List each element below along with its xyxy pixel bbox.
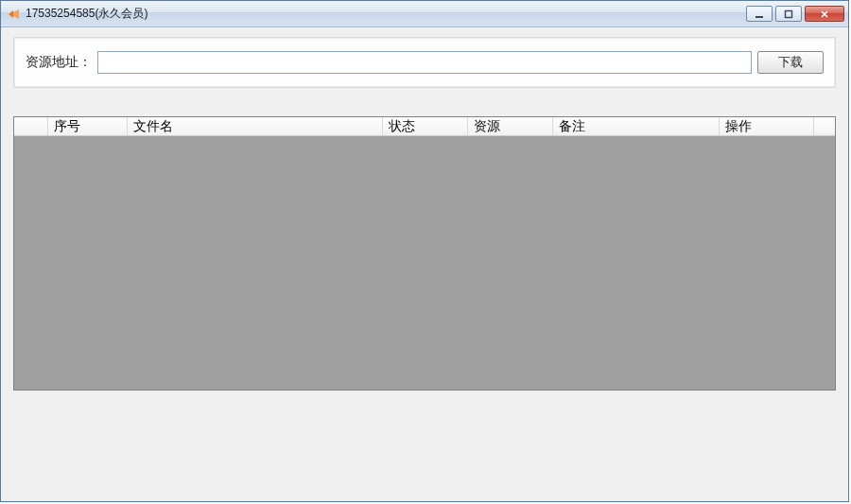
- table-column-header[interactable]: 备注: [553, 117, 720, 135]
- minimize-button[interactable]: [746, 6, 773, 22]
- url-panel: 资源地址： 下载: [13, 37, 836, 88]
- app-icon: [7, 7, 22, 22]
- table-header: 序号文件名状态资源备注操作: [14, 117, 835, 136]
- titlebar[interactable]: 17535254585(永久会员): [1, 1, 848, 27]
- svg-rect-0: [755, 16, 763, 18]
- downloads-table: 序号文件名状态资源备注操作: [13, 116, 836, 391]
- table-column-header[interactable]: 状态: [383, 117, 468, 135]
- download-button[interactable]: 下载: [757, 51, 824, 74]
- maximize-button[interactable]: [775, 6, 802, 22]
- window-controls: [746, 6, 844, 22]
- table-column-header[interactable]: 序号: [48, 117, 128, 135]
- table-body[interactable]: [14, 136, 835, 390]
- table-column-header[interactable]: 操作: [720, 117, 814, 135]
- client-area: 资源地址： 下载 序号文件名状态资源备注操作: [2, 27, 847, 500]
- app-window: 17535254585(永久会员) 资源地址： 下载 序号文件名状态资源: [0, 0, 849, 502]
- svg-rect-1: [786, 10, 792, 17]
- url-label: 资源地址：: [26, 54, 92, 71]
- table-column-header[interactable]: 资源: [468, 117, 553, 135]
- window-title: 17535254585(永久会员): [26, 6, 148, 22]
- table-column-header[interactable]: [14, 117, 48, 135]
- url-input[interactable]: [97, 51, 752, 74]
- table-column-header[interactable]: 文件名: [128, 117, 383, 135]
- close-button[interactable]: [805, 6, 844, 22]
